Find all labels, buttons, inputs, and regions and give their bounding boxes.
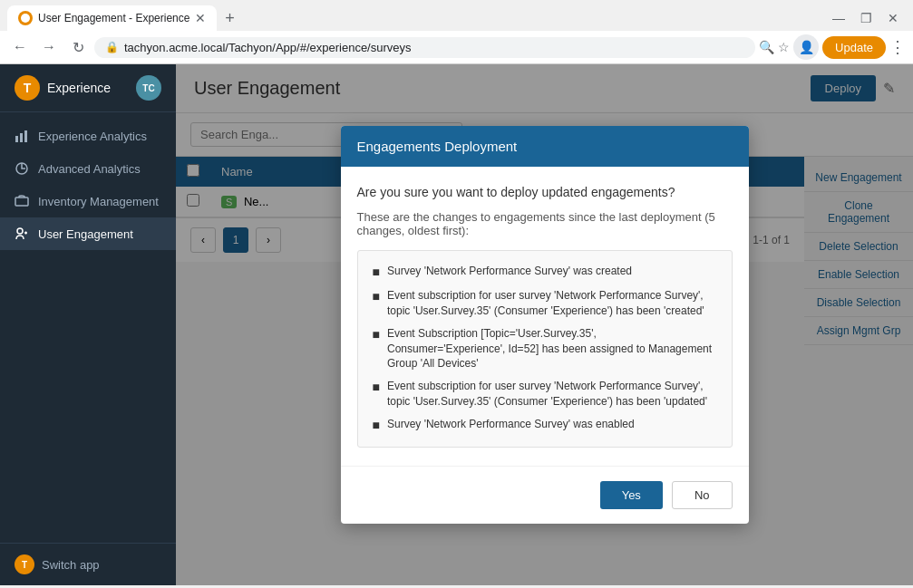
tab-close-icon[interactable]: ✕	[195, 11, 206, 25]
sidebar-label-inventory-management: Inventory Management	[38, 195, 159, 208]
restore-button[interactable]: ❐	[853, 5, 879, 31]
chart-icon	[15, 129, 29, 143]
modal-title: Engagements Deployment	[357, 139, 518, 154]
modal-no-button[interactable]: No	[672, 481, 733, 509]
change-item-1: ■ Survey 'Network Performance Survey' wa…	[373, 264, 717, 282]
change-text-2: Event subscription for user survey 'Netw…	[387, 288, 717, 319]
switch-app-icon: T	[15, 554, 34, 574]
modal-header: Engagements Deployment	[341, 126, 749, 167]
sidebar-logo: T	[15, 75, 40, 101]
lock-icon: 🔒	[105, 41, 119, 53]
update-button[interactable]: Update	[822, 36, 886, 59]
modal-question: Are you sure you want to deploy updated …	[357, 185, 733, 199]
sidebar-label-experience-analytics: Experience Analytics	[38, 130, 147, 143]
modal-footer: Yes No	[341, 466, 749, 524]
modal-overlay: Engagements Deployment Are you sure you …	[176, 64, 913, 585]
engagement-icon	[15, 227, 29, 241]
svg-rect-1	[20, 133, 23, 142]
sidebar-item-user-engagement[interactable]: User Engagement	[0, 217, 176, 250]
analytics-icon	[15, 161, 29, 176]
close-button[interactable]: ✕	[880, 5, 906, 31]
sidebar-item-inventory-management[interactable]: Inventory Management	[0, 185, 176, 217]
browser-menu-icon[interactable]: ⋮	[889, 37, 906, 57]
forward-button[interactable]: →	[36, 34, 62, 60]
svg-rect-4	[15, 198, 28, 206]
switch-app-item[interactable]: T Switch app	[15, 554, 161, 574]
change-text-1: Survey 'Network Performance Survey' was …	[387, 264, 632, 282]
sidebar-label-user-engagement: User Engagement	[38, 227, 133, 241]
sidebar-item-experience-analytics[interactable]: Experience Analytics	[0, 120, 176, 152]
back-button[interactable]: ←	[7, 34, 33, 60]
user-avatar: TC	[136, 75, 161, 101]
modal-yes-button[interactable]: Yes	[600, 481, 663, 509]
bullet-3: ■	[373, 326, 380, 371]
modal-dialog: Engagements Deployment Are you sure you …	[341, 126, 749, 525]
svg-rect-0	[15, 136, 18, 142]
profile-icon[interactable]: 👤	[793, 34, 819, 60]
sidebar-nav: Experience Analytics Advanced Analytics …	[0, 112, 176, 543]
main-content: User Engagement Deploy ✎ Name	[176, 64, 913, 585]
minimize-button[interactable]: —	[826, 5, 851, 31]
sidebar-label-advanced-analytics: Advanced Analytics	[38, 162, 141, 176]
modal-body: Are you sure you want to deploy updated …	[341, 167, 749, 467]
sidebar-footer: T Switch app	[0, 543, 176, 585]
modal-description: These are the changes to engagements sin…	[357, 210, 733, 237]
change-item-3: ■ Event Subscription [Topic='User.Survey…	[373, 326, 717, 371]
bullet-5: ■	[373, 417, 380, 435]
address-bar[interactable]: 🔒 tachyon.acme.local/Tachyon/App/#/exper…	[94, 37, 755, 58]
switch-app-label: Switch app	[42, 558, 100, 572]
app-container: T Experience TC Experience Analytics Adv…	[0, 64, 913, 585]
svg-rect-2	[24, 130, 27, 142]
sidebar-header: T Experience TC	[0, 64, 176, 112]
bullet-2: ■	[373, 288, 380, 319]
bullet-1: ■	[373, 264, 380, 282]
browser-chrome: User Engagement - Experience ✕ + — ❐ ✕ ←…	[0, 0, 913, 64]
tab-favicon	[18, 11, 33, 25]
sidebar-item-advanced-analytics[interactable]: Advanced Analytics	[0, 152, 176, 185]
change-item-5: ■ Survey 'Network Performance Survey' wa…	[373, 417, 717, 435]
change-item-2: ■ Event subscription for user survey 'Ne…	[373, 288, 717, 319]
sidebar-app-name: Experience	[47, 81, 111, 95]
sidebar: T Experience TC Experience Analytics Adv…	[0, 64, 176, 585]
url-text: tachyon.acme.local/Tachyon/App/#/experie…	[124, 41, 744, 54]
new-tab-button[interactable]: +	[217, 5, 242, 31]
bullet-4: ■	[373, 379, 380, 410]
svg-point-5	[17, 228, 23, 234]
bookmark-icon[interactable]: ☆	[778, 40, 790, 54]
browser-tab[interactable]: User Engagement - Experience ✕	[7, 5, 217, 31]
tab-title: User Engagement - Experience	[38, 12, 189, 24]
change-text-5: Survey 'Network Performance Survey' was …	[387, 417, 635, 435]
search-browser-icon[interactable]: 🔍	[759, 40, 774, 54]
change-text-4: Event subscription for user survey 'Netw…	[387, 379, 717, 410]
modal-changes-list: ■ Survey 'Network Performance Survey' wa…	[357, 250, 733, 448]
change-text-3: Event Subscription [Topic='User.Survey.3…	[387, 326, 717, 371]
change-item-4: ■ Event subscription for user survey 'Ne…	[373, 379, 717, 410]
reload-button[interactable]: ↻	[65, 34, 91, 60]
inventory-icon	[15, 194, 29, 208]
